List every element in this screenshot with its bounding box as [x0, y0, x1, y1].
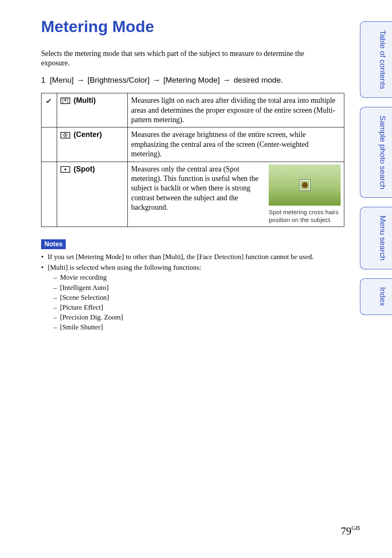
default-check [42, 162, 57, 227]
step-path-1: [Brightness/Color] [88, 76, 150, 84]
notes-sublist: Movie recording [Intelligent Auto] [Scen… [48, 273, 345, 332]
note-text: If you set [Metering Mode] to other than… [48, 253, 314, 261]
tab-index[interactable]: Index [360, 278, 392, 315]
mode-description: Measures the average brightness of the e… [128, 127, 344, 162]
mode-label: (Center) [74, 130, 102, 139]
table-row: (Center) Measures the average brightness… [42, 127, 344, 162]
page-number-suffix: GB [351, 525, 360, 531]
default-check-icon [42, 93, 57, 127]
svg-point-6 [65, 134, 66, 136]
list-item: [Intelligent Auto] [48, 283, 345, 292]
crosshair-icon [300, 180, 310, 190]
mode-label: (Multi) [74, 96, 96, 104]
page-number-value: 79 [341, 525, 351, 537]
mode-cell: (Center) [57, 127, 128, 162]
mode-label: (Spot) [74, 165, 95, 173]
mode-description: Measures only the central area (Spot met… [128, 162, 344, 227]
list-item: If you set [Metering Mode] to other than… [41, 252, 345, 262]
page-title: Metering Mode [41, 16, 345, 37]
list-item: [Scene Selection] [48, 293, 345, 302]
procedure-step: 1 [Menu] → [Brightness/Color] → [Meterin… [41, 75, 345, 86]
center-metering-icon [60, 130, 74, 139]
table-row: (Multi) Measures light on each area afte… [42, 93, 344, 127]
intro-text: Selects the metering mode that sets whic… [41, 49, 329, 68]
step-number: 1 [41, 75, 48, 86]
notes-heading: Notes [41, 239, 66, 250]
list-item: Movie recording [48, 273, 345, 282]
modes-table: (Multi) Measures light on each area afte… [41, 93, 344, 227]
list-item: [Multi] is selected when using the follo… [41, 263, 345, 332]
arrow-icon: → [222, 75, 231, 86]
mode-description: Measures light on each area after dividi… [128, 93, 344, 127]
list-item: [Picture Effect] [48, 303, 345, 312]
spot-metering-icon [60, 165, 74, 173]
svg-marker-1 [65, 99, 66, 101]
page-number: 79GB [341, 524, 360, 538]
step-path-2: [Metering Mode] [164, 76, 220, 84]
spot-sample-image [269, 164, 341, 206]
tab-table-of-contents[interactable]: Table of contents [360, 21, 392, 98]
tab-menu-search[interactable]: Menu search [360, 207, 392, 269]
step-path-3: desired mode. [233, 76, 283, 84]
mode-cell: (Spot) [57, 162, 128, 227]
spot-description-text: Measures only the central area (Spot met… [131, 164, 263, 224]
step-path-0: [Menu] [50, 76, 74, 84]
spot-figure-caption: Spot metering cross hairs position on th… [269, 208, 341, 224]
tab-sample-photo-search[interactable]: Sample photo search [360, 107, 392, 198]
default-check [42, 127, 57, 162]
table-row: (Spot) Measures only the central area (S… [42, 162, 344, 227]
arrow-icon: → [152, 75, 161, 86]
list-item: [Precision Dig. Zoom] [48, 313, 345, 322]
side-navigation: Table of contents Sample photo search Me… [360, 21, 392, 315]
notes-list: If you set [Metering Mode] to other than… [41, 252, 345, 332]
multi-metering-icon [60, 96, 74, 104]
svg-point-8 [65, 169, 66, 170]
mode-cell: (Multi) [57, 93, 128, 127]
spot-figure: Spot metering cross hairs position on th… [269, 164, 341, 224]
note-text: [Multi] is selected when using the follo… [48, 264, 201, 271]
arrow-icon: → [76, 75, 85, 86]
list-item: [Smile Shutter] [48, 323, 345, 332]
